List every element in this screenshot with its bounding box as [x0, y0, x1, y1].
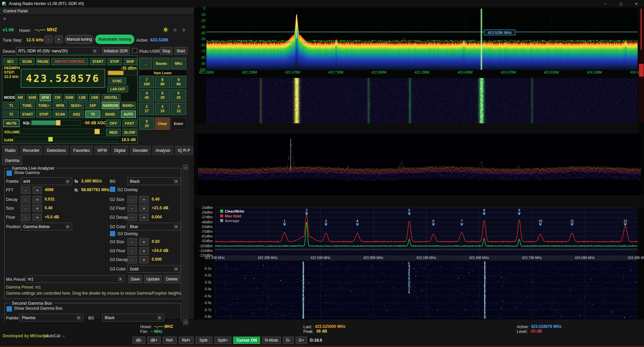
status-button-ref[interactable]: Ref-	[163, 337, 177, 344]
mode-digital[interactable]: DIGITAL	[102, 94, 120, 101]
measure-chart[interactable]	[215, 208, 638, 255]
display-divider-1[interactable]	[194, 123, 639, 134]
automatic-tuning-button[interactable]: Automatic tuning	[95, 35, 134, 44]
mode-nfm[interactable]: NFM	[40, 94, 51, 101]
g2-floor-minus[interactable]: -	[128, 205, 137, 212]
rx-arh-rx-control[interactable]: ARH RX CONTROL	[51, 58, 88, 65]
g2-overlay-checkbox[interactable]	[110, 187, 115, 192]
status-button-db[interactable]: dB-	[133, 337, 145, 344]
keypad-enter[interactable]: Enter	[171, 118, 186, 130]
update-button[interactable]: Update	[144, 275, 162, 283]
manual-tuning-button[interactable]: Manual tuning	[65, 35, 94, 44]
agc-fast-button[interactable]: FAST	[122, 120, 137, 127]
t1-wfm[interactable]: WFM	[53, 102, 67, 109]
mode-sam[interactable]: SAM	[27, 94, 38, 101]
display-divider-2[interactable]	[194, 195, 644, 208]
maximize-icon[interactable]: ▢	[613, 0, 629, 7]
t1-t1[interactable]: T1	[3, 102, 19, 109]
decay-minus[interactable]: -	[21, 196, 30, 203]
keypad-key-4[interactable]: 4 40	[139, 89, 154, 101]
stop-button[interactable]: Stop	[160, 47, 172, 55]
waterfall-history[interactable]	[215, 261, 638, 319]
lan-out-button[interactable]: LAN OUT	[107, 86, 128, 92]
t2-t0[interactable]: T0	[85, 111, 100, 118]
rx-start[interactable]: START	[90, 58, 106, 65]
t2-start[interactable]: START	[20, 111, 35, 118]
keypad-mhz[interactable]: MHz	[171, 58, 186, 69]
g2-decay-minus[interactable]: -	[128, 214, 137, 221]
rx-pause[interactable]: PAUSE	[36, 58, 50, 65]
g3-color-select[interactable]: Gold▾	[128, 265, 181, 273]
keypad-key-0[interactable]: 0 10	[139, 118, 154, 130]
frequency-display[interactable]: 423.528576	[21, 69, 105, 88]
g3-size-plus[interactable]: +	[139, 238, 149, 246]
initialize-sdr-button[interactable]: Initialize SDR	[102, 47, 130, 55]
mode-usb[interactable]: USB	[89, 94, 100, 101]
status-button-g[interactable]: G+	[296, 337, 307, 344]
fft-plus[interactable]: +	[33, 186, 42, 194]
keypad-key-5[interactable]: 5 30	[155, 89, 170, 101]
fft-minus[interactable]: -	[21, 186, 30, 194]
gain-slider-thumb[interactable]	[48, 137, 53, 141]
gamma-scrollbar[interactable]	[183, 165, 188, 325]
tab-analysis[interactable]: Analysis	[153, 146, 173, 155]
keypad-key-8[interactable]: 8 80	[155, 76, 170, 88]
waterfall-display[interactable]	[206, 78, 638, 123]
tune-step-plus[interactable]: +	[55, 35, 63, 43]
g3-floor-plus[interactable]: +	[139, 247, 149, 255]
keypad-key-6[interactable]: 6 20	[171, 89, 186, 101]
status-button-g[interactable]: G-	[283, 337, 294, 344]
t1-tune[interactable]: TUNE+	[36, 102, 51, 109]
mode-cw[interactable]: CW	[53, 94, 62, 101]
status-button-split[interactable]: Split+	[214, 337, 231, 344]
decay-plus[interactable]: +	[33, 196, 42, 203]
position-select[interactable]: Gamma Below▾	[21, 223, 72, 230]
tab-gamma[interactable]: Gamma	[2, 156, 22, 165]
keypad-clear[interactable]: Clear	[155, 118, 170, 130]
g3-overlay-checkbox[interactable]	[110, 231, 115, 236]
tab-recorder[interactable]: Recorder	[20, 146, 42, 155]
tab-wfm[interactable]: WFM	[95, 146, 110, 155]
palette-select[interactable]: art4▾	[21, 177, 72, 185]
mute-button[interactable]: MUTE	[3, 120, 19, 127]
status-button-split[interactable]: Split-	[196, 337, 212, 344]
rx-skip[interactable]: SKIP	[123, 58, 137, 65]
status-button-n-mute[interactable]: N-Mute	[262, 337, 281, 344]
t1-band[interactable]: BAND+	[121, 102, 136, 109]
rx-scan[interactable]: SCAN	[19, 58, 35, 65]
agc-off-button[interactable]: OFF	[106, 120, 121, 127]
floor-minus[interactable]: -	[21, 214, 30, 221]
t2-t2[interactable]: T2	[3, 111, 19, 118]
g2-floor-plus[interactable]: +	[139, 205, 149, 212]
mode-raw[interactable]: RAW	[64, 94, 75, 101]
delete-button[interactable]: Delete	[164, 275, 180, 283]
status-button-ref[interactable]: Ref+	[179, 337, 194, 344]
status-button-db[interactable]: dB+	[147, 337, 161, 344]
volume-slider-thumb[interactable]	[95, 129, 100, 134]
show-gamma-checkbox[interactable]	[7, 171, 12, 176]
floor-plus[interactable]: +	[33, 214, 42, 221]
tab-decoder[interactable]: Decoder	[130, 146, 151, 155]
tab-digital[interactable]: Digital	[111, 146, 128, 155]
size-plus[interactable]: +	[33, 205, 42, 212]
mode-lsb[interactable]: LSB	[77, 94, 88, 101]
tab-radio[interactable]: Radio	[2, 146, 18, 155]
collapse-button[interactable]: <	[3, 16, 6, 21]
keypad-key-9[interactable]: 9 60	[171, 76, 186, 88]
mode-am[interactable]: AM	[15, 94, 25, 101]
size-minus[interactable]: -	[21, 205, 30, 212]
pluto-usrp-checkbox[interactable]	[132, 48, 137, 53]
device-select[interactable]: RTL-SDR #0 (SN: nano/20)▾	[16, 47, 99, 55]
agc-med-button[interactable]: MED	[106, 129, 121, 136]
minimize-icon[interactable]: ─	[598, 0, 613, 7]
sync-button[interactable]: SYNC	[108, 78, 126, 84]
tune-step-minus[interactable]: -	[45, 35, 53, 43]
g3-floor-minus[interactable]: -	[128, 247, 137, 255]
keypad-bands[interactable]: Bands	[153, 58, 169, 69]
keypad-key-1[interactable]: 1 17	[139, 103, 154, 115]
t1-narrow[interactable]: NARROW	[102, 102, 119, 109]
mix-preset-select[interactable]: m1▾	[26, 275, 125, 283]
keypad-key-3[interactable]: 3 12	[171, 103, 186, 115]
rx-set[interactable]: SET.	[3, 58, 18, 65]
fosphor-display[interactable]	[198, 134, 641, 195]
